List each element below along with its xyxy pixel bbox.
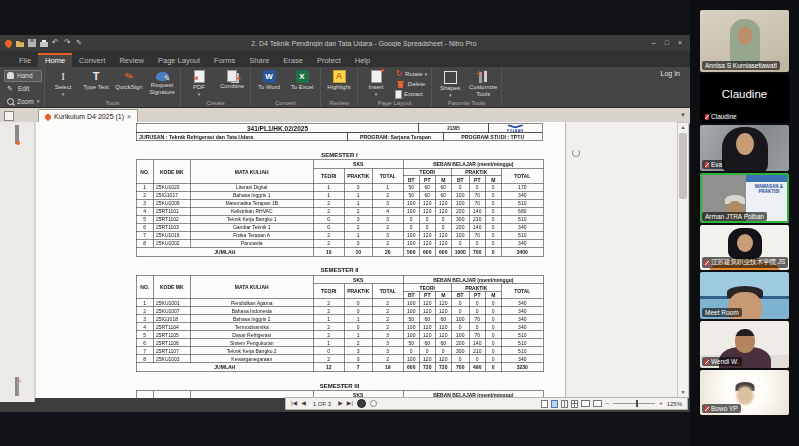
login-link[interactable]: Log In — [661, 70, 680, 77]
tab-share[interactable]: Share — [242, 53, 276, 67]
close-tab-icon[interactable]: × — [127, 113, 131, 120]
attachments-panel-icon[interactable] — [17, 377, 19, 396]
close-button[interactable]: × — [678, 35, 682, 51]
to-excel-button[interactable]: To Excel — [287, 69, 317, 99]
participant-tile-annisa[interactable]: Annisa S Kurniasetiawati — [700, 10, 789, 72]
quicksign-button[interactable]: QuickSign — [114, 69, 144, 99]
scrollbar-thumb[interactable] — [679, 133, 687, 199]
participant-display-name — [700, 272, 789, 309]
vertical-scrollbar[interactable]: ▲ ▼ — [677, 122, 689, 398]
view-fit-width-icon[interactable] — [581, 400, 590, 407]
zoom-slider-thumb[interactable] — [636, 400, 638, 407]
tab-help[interactable]: Help — [348, 53, 377, 67]
pause-scroll-button[interactable] — [370, 400, 377, 407]
table-cell: 3 — [136, 199, 153, 207]
export-panel-icon[interactable] — [17, 125, 19, 144]
button-icon — [333, 70, 346, 83]
view-single-page-icon[interactable] — [541, 400, 548, 408]
zoom-in-button[interactable]: + — [659, 398, 663, 409]
quicksign-quick-icon[interactable] — [76, 39, 84, 47]
zoom-tool-button[interactable]: Zoom ▾ — [4, 95, 42, 107]
table-cell: 0 — [451, 183, 469, 191]
nitro-pro-window: 2. D4 Teknik Pendingin dan Tata Udara - … — [0, 35, 690, 412]
total-cell: 600 — [419, 247, 435, 256]
rotate-button[interactable]: Rotate ▾ — [394, 69, 428, 79]
document-tab[interactable]: Kurikulum D4 2025 (1) × — [38, 109, 138, 123]
auto-scroll-button[interactable] — [357, 399, 366, 408]
view-continuous-icon[interactable] — [551, 400, 558, 408]
participant-tile-jiangsu-institute[interactable]: 江苏建筑职业技术学院 JS... — [700, 225, 789, 270]
pdf-button[interactable]: PDF ▾ — [184, 69, 214, 99]
previous-page-button[interactable]: ◀ — [301, 398, 306, 409]
select-button[interactable]: Select ▾ — [48, 69, 78, 99]
tab-forms[interactable]: Forms — [207, 53, 242, 67]
participant-tile-claudine[interactable]: Claudine Claudine — [700, 74, 789, 123]
nitro-logo-icon[interactable] — [4, 38, 14, 48]
tab-home[interactable]: Home — [38, 53, 72, 67]
open-file-icon[interactable] — [16, 39, 24, 47]
request-signature-button[interactable]: Request Signature — [147, 69, 177, 99]
total-cell: 12 — [313, 363, 344, 372]
participant-tile-eva[interactable]: Eva — [700, 125, 789, 171]
tab-page-layout[interactable]: Page Layout — [151, 53, 207, 67]
shapes-button[interactable]: Shapes ▾ — [435, 69, 465, 99]
zoom-out-button[interactable]: − — [606, 398, 610, 409]
meeting-app-window: 2. D4 Teknik Pendingin dan Tata Udara - … — [0, 0, 799, 446]
print-icon[interactable] — [40, 42, 48, 47]
table-cell: 60 — [435, 315, 451, 323]
participant-tile-wendi[interactable]: Wendi W. — [700, 321, 789, 368]
document-viewport[interactable]: 341/PL1/HK.02/2025 21305 POLBAN JURUSAN … — [34, 122, 678, 398]
ribbon-group: Highlight Review — [321, 67, 358, 107]
customize-tools-button[interactable]: Customize Tools — [468, 69, 498, 99]
hand-tool-button[interactable]: Hand — [4, 70, 42, 82]
collapse-toolbar-icon[interactable]: ▼ — [680, 112, 686, 118]
tab-convert[interactable]: Convert — [72, 53, 112, 67]
save-icon[interactable] — [28, 39, 36, 47]
delete-button[interactable]: Delete — [394, 79, 428, 89]
combine-button[interactable]: Combine — [217, 69, 247, 99]
table-cell: Fisika Terapan A — [190, 231, 313, 239]
redo-icon[interactable] — [64, 39, 72, 47]
insert-button[interactable]: Insert ▾ — [361, 69, 391, 99]
table-cell: 300 — [451, 347, 469, 355]
zoom-slider[interactable] — [613, 403, 655, 404]
view-fit-page-icon[interactable] — [593, 400, 602, 407]
table-cell: 70 — [469, 191, 485, 199]
last-page-button[interactable]: ▶| — [347, 398, 353, 409]
tab-protect[interactable]: Protect — [310, 53, 348, 67]
table-cell: 4 — [136, 323, 153, 331]
maximize-button[interactable]: □ — [665, 35, 669, 51]
page-indicator[interactable]: 1 OF 3 — [313, 401, 331, 407]
participant-tile-arman[interactable]: WAWASAN & PRAKTISI Arman JTRA Polban — [700, 173, 789, 223]
next-page-button[interactable]: ▶ — [338, 398, 343, 409]
course-row: 825KU1003Kewarganegaraan2021001201200003… — [136, 355, 543, 363]
panel-toggle-icon[interactable] — [4, 111, 14, 121]
button-icon — [398, 82, 403, 88]
view-grid-icon[interactable] — [571, 400, 578, 408]
first-page-button[interactable]: |◀ — [291, 398, 297, 409]
table-cell: 50 — [403, 339, 419, 347]
tab-review[interactable]: Review — [112, 53, 151, 67]
minimize-button[interactable]: – — [652, 35, 656, 51]
participant-name-tag: Meet Room — [702, 308, 742, 317]
highlight-button[interactable]: Highlight — [324, 69, 354, 99]
scroll-up-icon[interactable]: ▲ — [678, 123, 688, 132]
undo-icon[interactable] — [52, 39, 60, 47]
participant-name-tag: Bowo YP — [702, 404, 741, 413]
tab-erase[interactable]: Erase — [276, 53, 310, 67]
table-cell: 3 — [344, 215, 372, 223]
participant-tile-bowo[interactable]: Bowo YP — [700, 370, 789, 415]
table-cell: Literasi Digital — [190, 183, 313, 191]
course-row: 125KU1001Pendidikan Agama202100120120000… — [136, 299, 543, 307]
tool-icon — [7, 98, 14, 105]
extract-button[interactable]: Extract — [394, 89, 428, 99]
tab-file[interactable]: File — [12, 53, 38, 67]
view-facing-pages-icon[interactable] — [561, 400, 568, 408]
edit-tool-button[interactable]: Edit — [4, 83, 42, 95]
scroll-down-icon[interactable]: ▼ — [678, 388, 688, 397]
table-cell: 100 — [403, 299, 419, 307]
to-word-button[interactable]: To Word — [254, 69, 284, 99]
participant-tile-meet-room[interactable]: Meet Room — [700, 272, 789, 319]
total-cell: 700 — [451, 363, 469, 372]
type-text-button[interactable]: Type Text — [81, 69, 111, 99]
